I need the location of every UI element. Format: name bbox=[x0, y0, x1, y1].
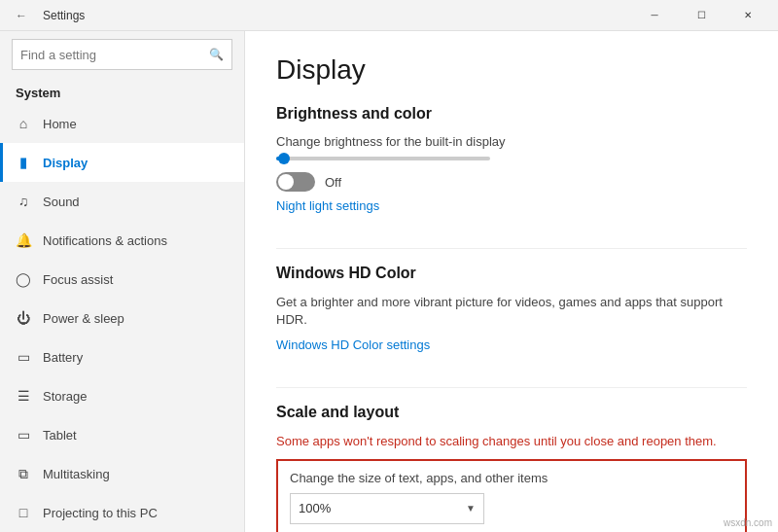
minimize-button[interactable]: ─ bbox=[632, 0, 677, 31]
night-light-toggle[interactable] bbox=[276, 172, 315, 192]
night-light-settings-link[interactable]: Night light settings bbox=[276, 198, 379, 213]
slider-track[interactable] bbox=[276, 157, 490, 160]
hd-color-desc: Get a brighter and more vibrant picture … bbox=[276, 294, 747, 329]
sidebar-item-label: Focus assist bbox=[43, 272, 113, 287]
close-button[interactable]: ✕ bbox=[725, 0, 770, 31]
sidebar-item-notifications[interactable]: 🔔 Notifications & actions bbox=[0, 221, 244, 260]
titlebar-title: Settings bbox=[43, 9, 85, 22]
maximize-button[interactable]: ☐ bbox=[679, 0, 724, 31]
hd-color-settings-link[interactable]: Windows HD Color settings bbox=[276, 337, 430, 352]
sidebar-item-label: Battery bbox=[43, 350, 83, 365]
section-label: System bbox=[0, 78, 244, 104]
scale-label: Change the size of text, apps, and other… bbox=[290, 471, 733, 485]
back-button[interactable]: ← bbox=[8, 2, 35, 29]
power-icon: ⏻ bbox=[16, 310, 31, 326]
sidebar-item-label: Multitasking bbox=[43, 467, 110, 481]
sidebar-item-power[interactable]: ⏻ Power & sleep bbox=[0, 299, 244, 337]
slider-thumb bbox=[278, 153, 290, 164]
projecting-icon: □ bbox=[16, 505, 31, 520]
multitasking-icon: ⧉ bbox=[16, 466, 31, 482]
content-area: Display Brightness and color Change brig… bbox=[245, 31, 778, 532]
titlebar-left: ← Settings bbox=[8, 2, 85, 29]
notifications-icon: 🔔 bbox=[16, 232, 31, 248]
scale-value: 100% bbox=[299, 501, 466, 515]
night-light-label: Off bbox=[325, 175, 341, 190]
sidebar-item-label: Home bbox=[43, 117, 77, 131]
search-icon: 🔍 bbox=[209, 48, 224, 61]
sidebar: 🔍 System ⌂ Home ▮ Display ♫ Sound 🔔 Noti… bbox=[0, 31, 245, 532]
titlebar-controls: ─ ☐ ✕ bbox=[632, 0, 770, 31]
brightness-label: Change brightness for the built-in displ… bbox=[276, 134, 747, 149]
sidebar-item-home[interactable]: ⌂ Home bbox=[0, 104, 244, 143]
battery-icon: ▭ bbox=[16, 349, 31, 365]
sidebar-item-multitasking[interactable]: ⧉ Multitasking bbox=[0, 454, 244, 493]
watermark: wsxdn.com bbox=[724, 517, 772, 528]
scale-box: Change the size of text, apps, and other… bbox=[276, 459, 747, 532]
sidebar-item-label: Projecting to this PC bbox=[43, 506, 158, 520]
scale-section-title: Scale and layout bbox=[276, 404, 747, 421]
sound-icon: ♫ bbox=[16, 194, 31, 209]
sidebar-item-storage[interactable]: ☰ Storage bbox=[0, 376, 244, 415]
sidebar-item-sound[interactable]: ♫ Sound bbox=[0, 182, 244, 221]
sidebar-item-focus[interactable]: ◯ Focus assist bbox=[0, 260, 244, 299]
sidebar-item-label: Notifications & actions bbox=[43, 233, 167, 248]
chevron-down-icon: ▼ bbox=[466, 503, 476, 514]
storage-icon: ☰ bbox=[16, 388, 31, 404]
app-body: 🔍 System ⌂ Home ▮ Display ♫ Sound 🔔 Noti… bbox=[0, 31, 778, 532]
search-box[interactable]: 🔍 bbox=[12, 39, 232, 70]
divider-2 bbox=[276, 387, 747, 388]
sidebar-item-projecting[interactable]: □ Projecting to this PC bbox=[0, 493, 244, 532]
sidebar-item-label: Power & sleep bbox=[43, 311, 124, 326]
home-icon: ⌂ bbox=[16, 116, 31, 131]
sidebar-item-label: Sound bbox=[43, 195, 80, 209]
toggle-knob bbox=[278, 174, 294, 190]
display-icon: ▮ bbox=[16, 155, 31, 170]
sidebar-item-label: Display bbox=[43, 156, 88, 170]
page-title: Display bbox=[276, 54, 747, 86]
hd-color-section-title: Windows HD Color bbox=[276, 265, 747, 282]
divider-1 bbox=[276, 248, 747, 249]
brightness-section-title: Brightness and color bbox=[276, 105, 747, 123]
scale-warning: Some apps won't respond to scaling chang… bbox=[276, 433, 747, 450]
brightness-slider-container bbox=[276, 157, 490, 160]
tablet-icon: ▭ bbox=[16, 427, 31, 443]
search-input[interactable] bbox=[20, 48, 203, 62]
sidebar-item-battery[interactable]: ▭ Battery bbox=[0, 337, 244, 376]
sidebar-item-display[interactable]: ▮ Display bbox=[0, 143, 244, 182]
focus-icon: ◯ bbox=[16, 271, 31, 287]
sidebar-item-tablet[interactable]: ▭ Tablet bbox=[0, 415, 244, 454]
scale-dropdown[interactable]: 100% ▼ bbox=[290, 493, 484, 524]
sidebar-item-label: Storage bbox=[43, 389, 88, 404]
sidebar-item-label: Tablet bbox=[43, 428, 77, 443]
titlebar: ← Settings ─ ☐ ✕ bbox=[0, 0, 778, 31]
night-light-row: Off bbox=[276, 172, 747, 192]
